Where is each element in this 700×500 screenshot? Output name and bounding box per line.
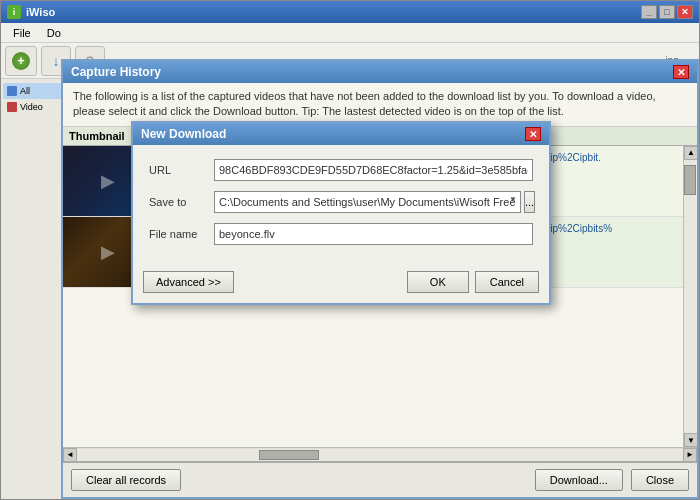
scroll-up-button[interactable]: ▲ [684,146,697,160]
sidebar-item-all[interactable]: All [3,83,68,99]
advanced-button[interactable]: Advanced >> [143,271,234,293]
sidebar-item-video[interactable]: Video [3,99,68,115]
ok-button[interactable]: OK [407,271,469,293]
vertical-scrollbar: ▲ ▼ [683,146,697,447]
file-name-label: File name [149,228,214,240]
clear-all-records-button[interactable]: Clear all records [71,469,181,491]
h-scroll-thumb[interactable] [259,450,319,460]
new-download-title-bar: New Download ✕ [133,123,549,145]
maximize-button[interactable]: □ [659,5,675,19]
close-button[interactable]: Close [631,469,689,491]
url-input[interactable] [214,159,533,181]
url-row: URL [149,159,533,181]
cancel-button[interactable]: Cancel [475,271,539,293]
window-controls: _ □ ✕ [641,5,693,19]
file-name-row: File name [149,223,533,245]
new-download-dialog: New Download ✕ URL Save to C:\Documents … [131,121,551,305]
new-download-body: URL Save to C:\Documents and Settings\us… [133,145,549,265]
app-title: iWiso [26,6,55,18]
scroll-thumb[interactable] [684,165,696,195]
browse-button[interactable]: ... [524,191,535,213]
horizontal-scrollbar: ◄ ► [63,447,697,461]
app-close-button[interactable]: ✕ [677,5,693,19]
capture-history-bottom-bar: Clear all records Download... Close [63,461,697,497]
save-to-select[interactable]: C:\Documents and Settings\user\My Docume… [214,191,521,213]
download-button[interactable]: Download... [535,469,623,491]
file-name-input[interactable] [214,223,533,245]
app-icon: i [7,5,21,19]
video-icon [7,102,17,112]
scroll-left-button[interactable]: ◄ [63,448,77,462]
h-scroll-track[interactable] [77,449,683,461]
scroll-track[interactable] [684,160,697,433]
title-bar: i iWiso _ □ ✕ [1,1,699,23]
do-menu[interactable]: Do [39,25,69,41]
new-download-buttons: Advanced >> OK Cancel [133,265,549,303]
url-label: URL [149,164,214,176]
file-menu[interactable]: File [5,25,39,41]
minimize-button[interactable]: _ [641,5,657,19]
new-download-title-text: New Download [141,127,226,141]
add-icon: + [12,52,30,70]
save-to-label: Save to [149,196,214,208]
new-download-close-button[interactable]: ✕ [525,127,541,141]
save-to-row: Save to C:\Documents and Settings\user\M… [149,191,533,213]
toolbar-add-button[interactable]: + [5,46,37,76]
scroll-down-button[interactable]: ▼ [684,433,697,447]
menu-bar: File Do [1,23,699,43]
scroll-right-button[interactable]: ► [683,448,697,462]
all-icon [7,86,17,96]
save-to-select-wrap: C:\Documents and Settings\user\My Docume… [214,191,521,213]
app-window: i iWiso _ □ ✕ File Do + ↓ ⚙ ing... All [0,0,700,500]
